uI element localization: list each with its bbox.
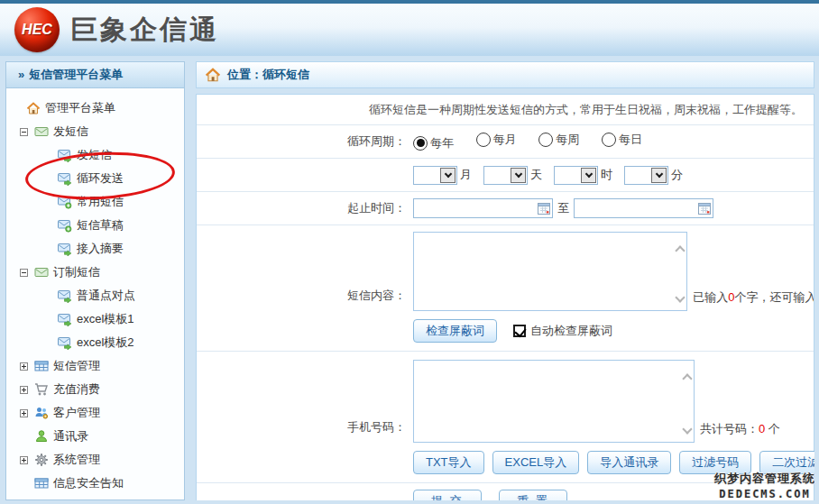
gear-icon xyxy=(34,453,49,467)
sidebar-title: »短信管理平台菜单 xyxy=(6,62,184,88)
main-layout: »短信管理平台菜单 管理平台菜单 发短信 发短信 循环发送 常用短 xyxy=(0,56,819,500)
person-icon xyxy=(34,429,49,444)
tree-item-cyclic-send[interactable]: 循环发送 xyxy=(6,167,184,190)
check-words-row: 检查屏蔽词 自动检查屏蔽词 xyxy=(197,319,814,351)
tree-item-custom-sms-group[interactable]: 订制短信 xyxy=(6,261,184,284)
tree-item-platform-menu[interactable]: 管理平台菜单 xyxy=(6,96,184,120)
phone-numbers-textarea[interactable] xyxy=(414,361,694,442)
tree-item-customer-manage[interactable]: 客户管理 xyxy=(6,401,184,425)
excel-import-button[interactable]: EXCEL导入 xyxy=(492,451,580,474)
cycle-period-row: 循环周期： 每年 每月 每周 xyxy=(197,125,814,159)
sms-content-textarea-frame xyxy=(413,232,687,311)
mail-add-icon xyxy=(58,218,72,233)
minute-select-group: 分 xyxy=(624,166,683,185)
tree-item-recharge[interactable]: 充值消费 xyxy=(6,378,184,401)
calendar-icon[interactable] xyxy=(698,202,711,215)
end-date-input[interactable] xyxy=(574,198,713,218)
tree-item-send-sms-group[interactable]: 发短信 xyxy=(6,120,184,143)
char-counter: 已输入0个字，还可输入 xyxy=(693,289,814,311)
to-separator: 至 xyxy=(557,200,569,216)
chevron-down-icon[interactable] xyxy=(651,168,667,183)
app-header: HEC 巨象企信通 xyxy=(0,0,819,56)
table-icon xyxy=(34,359,49,373)
expand-plus-icon[interactable] xyxy=(20,409,28,417)
tree-item-excel-template2[interactable]: excel模板2 xyxy=(6,331,184,354)
radio-circle-icon xyxy=(602,133,616,147)
tree-item-p2p[interactable]: 普通点对点 xyxy=(6,284,184,307)
import-buttons-row: TXT导入 EXCEL导入 导入通讯录 过滤号码 二次过滤 xyxy=(197,451,814,482)
tree-item-system-manage[interactable]: 系统管理 xyxy=(6,448,184,472)
auto-check-checkbox[interactable]: 自动检查屏蔽词 xyxy=(513,323,612,339)
mail-add-icon xyxy=(58,195,72,209)
mail-send-icon xyxy=(58,335,72,350)
tree-item-excel-template1[interactable]: excel模板1 xyxy=(6,307,184,331)
check-blocked-words-button[interactable]: 检查屏蔽词 xyxy=(413,319,497,343)
sidebar: »短信管理平台菜单 管理平台菜单 发短信 发短信 循环发送 常用短 xyxy=(5,61,185,500)
tree-item-access-summary[interactable]: 接入摘要 xyxy=(6,237,184,261)
mail-send-icon xyxy=(58,171,72,186)
datetime-selects-row: 月 天 时 分 xyxy=(197,159,814,192)
home-icon xyxy=(205,67,221,83)
menu-tree: 管理平台菜单 发短信 发短信 循环发送 常用短信 短信草稿 xyxy=(6,96,184,495)
tree-item-sms-draft[interactable]: 短信草稿 xyxy=(6,214,184,237)
chevron-down-icon[interactable] xyxy=(581,168,596,183)
tree-item-sms-manage[interactable]: 短信管理 xyxy=(6,354,184,378)
chevron-down-icon[interactable] xyxy=(511,168,526,183)
phone-numbers-block: 手机号码： 共计号码：0 个 TXT导入 EXCEL导入 导入通讯录 过 xyxy=(197,352,814,483)
form-description: 循环短信是一种周期性发送短信的方式，常用于生日祝福，周末祝福，工作提醒等。 xyxy=(369,102,803,118)
sms-content-textarea[interactable] xyxy=(414,233,686,310)
start-date-field[interactable] xyxy=(414,200,538,216)
chevron-down-icon[interactable] xyxy=(440,168,456,183)
filter-numbers-button[interactable]: 过滤号码 xyxy=(679,451,751,474)
checkbox-check-icon xyxy=(513,325,526,337)
day-select-group: 天 xyxy=(483,166,542,185)
cart-icon xyxy=(34,382,49,397)
tree-item-common-sms[interactable]: 常用短信 xyxy=(6,190,184,214)
home-icon xyxy=(26,101,41,115)
mail-send-icon xyxy=(58,312,72,326)
collapse-minus-icon[interactable] xyxy=(20,128,28,136)
reset-button[interactable]: 重 置 xyxy=(499,490,567,500)
sms-content-block: 短信内容： 已输入0个字，还可输入 检查屏蔽词 自动检查屏蔽 xyxy=(197,225,814,352)
radio-daily[interactable]: 每日 xyxy=(602,132,642,148)
day-select[interactable] xyxy=(483,166,528,185)
tree-item-security-notice[interactable]: 信息安全告知 xyxy=(6,472,184,495)
txt-import-button[interactable]: TXT导入 xyxy=(413,451,484,474)
submit-button[interactable]: 提 交 xyxy=(413,490,482,500)
cyclic-sms-form: 循环短信是一种周期性发送短信的方式，常用于生日祝福，周末祝福，工作提醒等。 循环… xyxy=(196,94,814,500)
mail-send-icon xyxy=(58,148,72,162)
submit-row: 提 交 重 置 xyxy=(197,483,814,500)
radio-monthly[interactable]: 每月 xyxy=(476,132,517,148)
phone-numbers-row: 手机号码： 共计号码：0 个 xyxy=(197,352,814,443)
phone-total-counter: 共计号码：0 个 xyxy=(700,421,780,443)
collapse-minus-icon[interactable] xyxy=(20,269,28,277)
sms-content-row: 短信内容： 已输入0个字，还可输入 xyxy=(197,225,814,311)
radio-circle-icon xyxy=(413,136,428,151)
import-contacts-button[interactable]: 导入通讯录 xyxy=(587,451,671,474)
tree-item-contacts[interactable]: 通讯录 xyxy=(6,425,184,448)
end-date-field[interactable] xyxy=(575,200,698,216)
table-icon xyxy=(34,476,49,490)
radio-weekly[interactable]: 每周 xyxy=(538,132,579,148)
users-gear-icon xyxy=(34,406,49,420)
tree-item-send-sms[interactable]: 发短信 xyxy=(6,143,184,167)
calendar-icon[interactable] xyxy=(538,202,550,215)
phone-numbers-textarea-frame xyxy=(413,360,695,443)
second-filter-button[interactable]: 二次过滤 xyxy=(759,451,814,474)
phone-numbers-label: 手机号码： xyxy=(197,419,406,443)
expand-plus-icon[interactable] xyxy=(20,456,28,464)
app-title: 巨象企信通 xyxy=(70,12,219,49)
month-select[interactable] xyxy=(413,166,457,185)
date-range-row: 起止时间： 至 xyxy=(197,192,814,225)
datetime-selects: 月 天 时 分 xyxy=(406,166,695,185)
start-date-input[interactable] xyxy=(413,198,553,218)
radio-yearly[interactable]: 每年 xyxy=(413,135,454,151)
expand-plus-icon[interactable] xyxy=(20,362,28,371)
minute-select[interactable] xyxy=(624,166,668,185)
mail-send-icon xyxy=(58,242,72,256)
hour-select[interactable] xyxy=(554,166,598,185)
double-arrow-icon: » xyxy=(18,68,24,81)
expand-plus-icon[interactable] xyxy=(20,386,28,394)
breadcrumb-label: 位置：循环短信 xyxy=(227,67,309,83)
form-description-row: 循环短信是一种周期性发送短信的方式，常用于生日祝福，周末祝福，工作提醒等。 xyxy=(197,95,814,125)
